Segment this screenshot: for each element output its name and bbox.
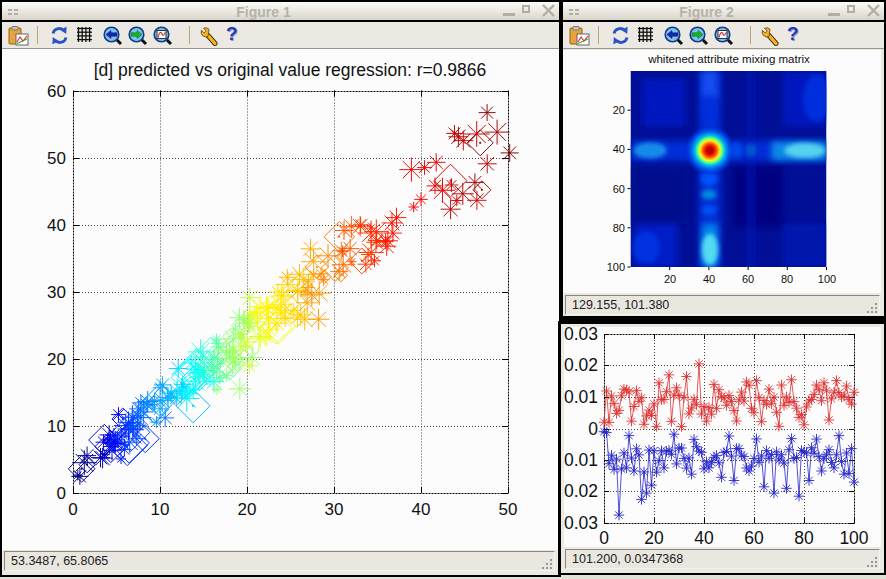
svg-text:50: 50 xyxy=(47,149,66,168)
svg-text:40: 40 xyxy=(47,216,66,235)
svg-text:60: 60 xyxy=(744,528,764,547)
svg-text:0: 0 xyxy=(599,528,609,547)
svg-text:100: 100 xyxy=(818,273,836,285)
svg-text:10: 10 xyxy=(151,500,170,519)
svg-text:40: 40 xyxy=(613,143,625,155)
svg-text:50: 50 xyxy=(499,500,518,519)
svg-text:60: 60 xyxy=(613,183,625,195)
svg-text:0: 0 xyxy=(588,419,598,439)
svg-text:80: 80 xyxy=(794,528,814,547)
svg-text:40: 40 xyxy=(703,273,715,285)
svg-text:80: 80 xyxy=(781,273,793,285)
svg-text:20: 20 xyxy=(644,528,664,547)
svg-text:20: 20 xyxy=(664,273,676,285)
svg-text:[d] predicted vs original valu: [d] predicted vs original value regressi… xyxy=(94,60,487,80)
svg-text:40: 40 xyxy=(412,500,431,519)
svg-text:20: 20 xyxy=(238,500,257,519)
svg-text:whitened attribute mixing matr: whitened attribute mixing matrix xyxy=(647,53,810,65)
svg-text:0.03: 0.03 xyxy=(564,513,598,533)
svg-text:0: 0 xyxy=(68,500,77,519)
svg-text:0.01: 0.01 xyxy=(564,450,598,470)
svg-text:20: 20 xyxy=(613,104,625,116)
svg-text:0.02: 0.02 xyxy=(564,355,598,375)
svg-text:0.03: 0.03 xyxy=(564,327,598,344)
svg-text:20: 20 xyxy=(47,350,66,369)
svg-text:60: 60 xyxy=(742,273,754,285)
svg-text:100: 100 xyxy=(839,528,868,547)
svg-text:10: 10 xyxy=(47,417,66,436)
svg-text:60: 60 xyxy=(47,82,66,101)
svg-text:30: 30 xyxy=(325,500,344,519)
svg-text:0: 0 xyxy=(57,484,66,503)
svg-text:0.01: 0.01 xyxy=(564,387,598,407)
svg-text:80: 80 xyxy=(613,222,625,234)
svg-text:100: 100 xyxy=(607,261,625,273)
svg-text:30: 30 xyxy=(47,283,66,302)
svg-text:40: 40 xyxy=(694,528,714,547)
svg-text:0.02: 0.02 xyxy=(564,481,598,501)
